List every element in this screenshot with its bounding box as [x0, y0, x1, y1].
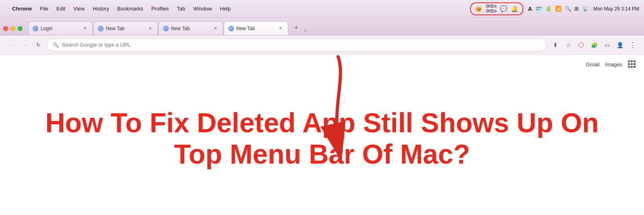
traffic-lights [3, 26, 23, 31]
tab-close-3[interactable]: ✕ [212, 25, 219, 32]
traffic-light-fullscreen[interactable] [18, 26, 23, 31]
profile-button[interactable]: 👤 [614, 39, 625, 51]
tab-close-2[interactable]: ✕ [147, 25, 153, 32]
google-apps-button[interactable] [628, 60, 636, 68]
menu-items: Chrome File Edit View History Bookmarks … [9, 4, 470, 13]
forward-button[interactable]: → [19, 40, 30, 50]
tab-scroll-arrow[interactable]: › [304, 27, 306, 33]
menu-item-chrome[interactable]: Chrome [9, 4, 35, 13]
mac-menubar: Chrome File Edit View History Bookmarks … [0, 0, 644, 18]
images-link[interactable]: Images [605, 61, 622, 68]
tab-title-login: Login [41, 26, 79, 31]
gmail-link[interactable]: Gmail [586, 61, 599, 68]
chrome-addressbar: ← → ↻ 🔍 ⬆ ☆ ⬡ 🧩 ▭ 👤 ⋮ [0, 35, 644, 55]
wechat-icon[interactable]: 💬 [500, 5, 508, 12]
menu-item-help[interactable]: Help [217, 4, 234, 13]
main-headline: How To Fix Deleted App Still Shows Up On… [40, 107, 604, 170]
tab-close-4[interactable]: ✕ [277, 25, 284, 32]
tabs-row: Login ✕ New Tab ✕ New Tab ✕ New Tab ✕ + … [28, 21, 641, 35]
network-status: 0KB/s 0KB/s [486, 4, 497, 14]
menu-item-edit[interactable]: Edit [53, 4, 68, 13]
tab-newtab-2[interactable]: New Tab ✕ [93, 21, 158, 35]
tab-newtab-4-active[interactable]: New Tab ✕ [224, 21, 288, 35]
system-icons: A 🪪 🔋 📶 🔍 ⊞ 📡 [528, 6, 588, 12]
bell-icon[interactable]: 🔔 [511, 5, 518, 12]
control-center-icon[interactable]: ⊞ [574, 6, 579, 12]
chrome-tabbar: Login ✕ New Tab ✕ New Tab ✕ New Tab ✕ + … [0, 18, 644, 35]
puzzle-button[interactable]: 🧩 [588, 39, 600, 51]
highlighted-status-box: 🐱 0KB/s 0KB/s 💬 🔔 [470, 2, 523, 15]
toolbar-right: ⬆ ☆ ⬡ 🧩 ▭ 👤 ⋮ [550, 39, 638, 51]
more-button[interactable]: ⋮ [627, 39, 638, 51]
new-tab-button[interactable]: + [291, 22, 302, 33]
menu-item-history[interactable]: History [89, 4, 112, 13]
menu-item-view[interactable]: View [70, 4, 88, 13]
reload-button[interactable]: ↻ [33, 40, 43, 50]
tab-title-2: New Tab [106, 26, 144, 31]
tab-favicon-3 [163, 26, 169, 31]
airdrop-icon[interactable]: 📡 [582, 6, 588, 12]
cat-icon: 🐱 [475, 5, 483, 12]
share-button[interactable]: ⬆ [550, 39, 561, 51]
wifi-icon[interactable]: 📶 [555, 6, 561, 12]
google-links-bar: Gmail Images [586, 60, 636, 68]
page-content: Gmail Images How To Fix Deleted App Stil… [0, 55, 644, 215]
tab-login[interactable]: Login ✕ [28, 21, 93, 35]
traffic-light-close[interactable] [3, 26, 8, 31]
menu-item-window[interactable]: Window [190, 4, 215, 13]
bookmark-button[interactable]: ☆ [563, 39, 574, 51]
id-icon[interactable]: 🪪 [535, 6, 542, 12]
menu-item-profiles[interactable]: Profiles [148, 4, 172, 13]
tab-favicon-4 [228, 26, 234, 31]
menu-item-bookmarks[interactable]: Bookmarks [114, 4, 147, 13]
tab-title-4: New Tab [236, 26, 275, 31]
sidebar-button[interactable]: ▭ [601, 39, 613, 51]
clock-display: Mon May 29 3:14 PM [593, 6, 639, 12]
tab-title-3: New Tab [171, 26, 210, 31]
tab-favicon-2 [98, 26, 103, 31]
text-icon[interactable]: A [528, 6, 532, 12]
menu-item-file[interactable]: File [37, 4, 52, 13]
menubar-right-side: 🐱 0KB/s 0KB/s 💬 🔔 A 🪪 🔋 📶 🔍 ⊞ 📡 Mon May … [470, 2, 639, 15]
menu-item-tab[interactable]: Tab [173, 4, 188, 13]
address-input[interactable] [62, 42, 541, 48]
traffic-light-minimize[interactable] [10, 26, 15, 31]
search-icon[interactable]: 🔍 [565, 6, 571, 12]
tab-favicon-login [33, 26, 38, 31]
battery-icon[interactable]: 🔋 [545, 6, 552, 12]
address-bar[interactable]: 🔍 [47, 39, 547, 51]
address-search-icon: 🔍 [53, 42, 59, 48]
tab-newtab-3[interactable]: New Tab ✕ [159, 21, 223, 35]
extensions-button[interactable]: ⬡ [576, 39, 587, 51]
tab-close-login[interactable]: ✕ [82, 25, 88, 32]
back-button[interactable]: ← [6, 40, 16, 50]
